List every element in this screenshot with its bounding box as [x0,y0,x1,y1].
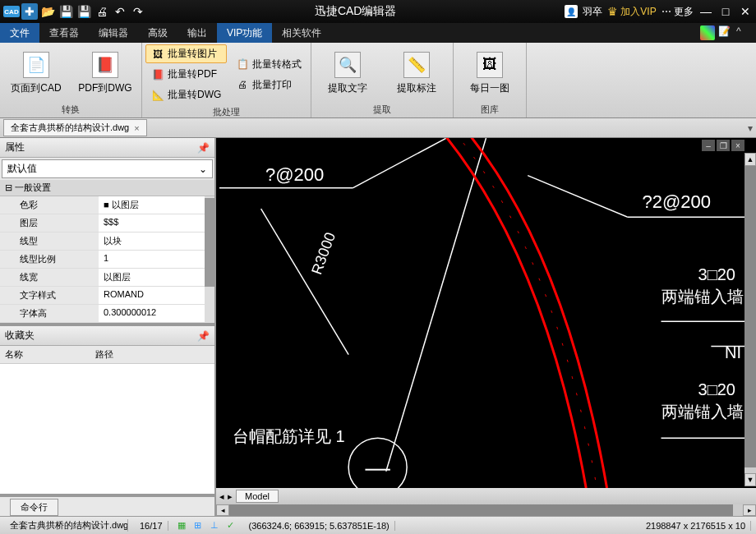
pin-icon[interactable]: 📌 [197,330,210,342]
horizontal-scrollbar[interactable]: ◂ ▸ [216,504,756,516]
svg-line-5 [528,176,628,218]
annotation: 3□20 [698,380,735,399]
menu-editor[interactable]: 编辑器 [89,23,138,43]
extract-dimension-button[interactable]: 📏 提取标注 [384,44,449,102]
extract-text-icon: 🔍 [334,52,361,78]
vertical-scrollbar[interactable]: ▲ ▼ [744,153,756,486]
user-icon[interactable]: 👤 [565,5,578,18]
scroll-down-icon[interactable]: ▼ [744,473,756,486]
titlebar-right: 👤 羽卒 ♛ 加入VIP ⋯ 更多 — □ ✕ [565,4,753,19]
canvas-minimize-icon[interactable]: – [702,140,715,151]
tab-close-icon[interactable]: × [134,123,139,133]
page-to-cad-icon: 📄 [23,52,49,78]
batch-format-button[interactable]: 📋 批量转格式 [230,55,307,74]
status-coords: (366324.6; 663915; 5.637851E-18) [244,521,395,531]
open-icon[interactable]: 📂 [39,3,56,20]
batch-to-dwg-button[interactable]: 📐 批量转DWG [145,85,227,104]
saveas-icon[interactable]: 💾 [76,3,92,20]
general-section[interactable]: ⊟ 一般设置 [0,180,214,196]
svg-line-1 [353,138,477,188]
ortho-icon[interactable]: ⊥ [208,519,221,532]
menu-file[interactable]: 文件 [0,23,39,43]
favorites-header: 收藏夹 📌 [0,326,214,346]
menubar: 文件 查看器 编辑器 高级 输出 VIP功能 相关软件 📝 ^ [0,23,756,43]
ribbon-group-gallery: 🖼 每日一图 图库 [454,43,527,117]
tab-prev-icon[interactable]: ◂ [219,491,224,502]
new-icon[interactable]: ✚ [21,3,38,20]
grid-icon[interactable]: ⊞ [191,519,205,532]
batch-print-button[interactable]: 🖨 批量打印 [230,76,307,94]
canvas-area: – ❐ × ?@200 [216,138,756,516]
ribbon-group-batch: 🖼 批量转图片 📕 批量转PDF 📐 批量转DWG 📋 批量转格式 [142,43,311,117]
doc-tab[interactable]: 全套古典拱桥的结构设计.dwg × [3,119,147,136]
chevron-up-icon[interactable]: ^ [736,25,751,40]
tabs-dropdown-icon[interactable]: ▾ [748,122,753,134]
pdf-to-dwg-icon: 📕 [92,52,118,78]
daily-image-icon: 🖼 [477,52,503,78]
annotation: ?2@200 [642,191,711,213]
palette-icon[interactable] [700,25,715,40]
prop-row: 色彩■ 以图层 [0,196,214,214]
batch-to-pdf-button[interactable]: 📕 批量转PDF [145,65,227,84]
extract-text-button[interactable]: 🔍 提取文字 [315,44,380,102]
more-button[interactable]: ⋯ 更多 [662,5,694,19]
favorites-col-path[interactable]: 路径 [90,346,118,363]
menu-related[interactable]: 相关软件 [272,23,331,43]
undo-icon[interactable]: ↶ [112,3,128,20]
menu-viewer[interactable]: 查看器 [39,23,89,43]
minimize-button[interactable]: — [698,4,713,19]
print-icon[interactable]: 🖨 [94,3,110,20]
left-panel: 属性 📌 默认值 ⌄ ⊟ 一般设置 色彩■ 以图层 图层$$$ 线型以块 线型比… [0,138,216,516]
pdf-icon: 📕 [151,68,164,81]
titlebar: CAD ✚ 📂 💾 💾 🖨 ↶ ↷ 迅捷CAD编辑器 👤 羽卒 ♛ 加入VIP … [0,0,756,23]
scroll-right-icon[interactable]: ▸ [743,504,756,516]
pin-icon[interactable]: 📌 [197,142,210,154]
canvas-close-icon[interactable]: × [731,140,744,151]
drawing-canvas[interactable]: ?@200 ?2@200 R3000 3□20 两端锚入墙 NI 3□20 两端… [216,138,756,488]
favorites-col-name[interactable]: 名称 [0,346,90,363]
prop-row: 线型比例1 [0,251,214,269]
annotation: 3□20 [698,265,735,284]
tab-next-icon[interactable]: ▸ [228,491,233,502]
menu-output[interactable]: 输出 [177,23,217,43]
menu-advanced[interactable]: 高级 [138,23,177,43]
close-button[interactable]: ✕ [738,4,753,19]
app-title: 迅捷CAD编辑器 [146,4,565,19]
maximize-button[interactable]: □ [718,4,733,19]
daily-image-button[interactable]: 🖼 每日一图 [457,44,523,102]
scroll-up-icon[interactable]: ▲ [744,153,756,166]
vip-button[interactable]: ♛ 加入VIP [607,5,656,19]
annotation: ?@200 [265,164,324,186]
annotation: 两端锚入墙 [662,401,744,423]
ribbon: 📄 页面到CAD 📕 PDF到DWG 转换 🖼 批量转图片 📕 批量转PDF [0,43,756,118]
save-icon[interactable]: 💾 [58,3,74,20]
menu-vip[interactable]: VIP功能 [217,23,272,43]
main-area: 属性 📌 默认值 ⌄ ⊟ 一般设置 色彩■ 以图层 图层$$$ 线型以块 线型比… [0,138,756,516]
username: 羽卒 [583,5,602,19]
properties-scrollbar[interactable] [205,196,214,323]
note-icon[interactable]: 📝 [718,25,733,40]
ribbon-group-extract: 🔍 提取文字 📏 提取标注 提取 [311,43,454,117]
titlebar-left: CAD ✚ 📂 💾 💾 🖨 ↶ ↷ [3,3,146,20]
commandline-tab[interactable]: 命令行 [10,499,58,516]
scroll-left-icon[interactable]: ◂ [216,504,229,516]
annotation: NI [725,343,741,362]
menubar-right: 📝 ^ [700,25,756,40]
pdf-to-dwg-button[interactable]: 📕 PDF到DWG [72,44,138,102]
favorites-columns: 名称 路径 [0,346,214,364]
favorites-list[interactable] [0,364,214,494]
properties-header: 属性 📌 [0,138,214,158]
annotation: 两端锚入墙 [662,286,744,308]
snap-icon[interactable]: ▦ [175,519,188,532]
osnap-icon[interactable]: ✓ [224,519,237,532]
crown-icon: ♛ [607,5,618,18]
ribbon-label-convert: 转换 [3,102,138,117]
model-tab[interactable]: Model [236,490,279,503]
page-to-cad-button[interactable]: 📄 页面到CAD [3,44,69,102]
redo-icon[interactable]: ↷ [130,3,146,20]
properties-combo[interactable]: 默认值 ⌄ [2,159,213,178]
dwg-icon: 📐 [151,89,164,102]
canvas-restore-icon[interactable]: ❐ [717,140,730,151]
batch-to-image-button[interactable]: 🖼 批量转图片 [145,44,227,63]
ribbon-group-convert: 📄 页面到CAD 📕 PDF到DWG 转换 [0,43,142,117]
